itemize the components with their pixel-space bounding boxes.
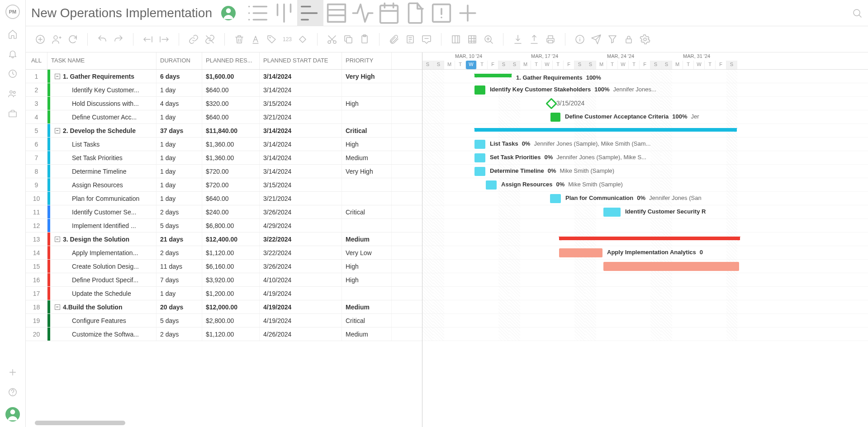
paste-icon[interactable] [359, 34, 370, 45]
start-cell[interactable]: 3/21/2024 [260, 192, 342, 205]
app-logo[interactable]: PM [5, 5, 20, 19]
task-name-cell[interactable]: − 2. Develop the Schedule [47, 124, 157, 137]
task-name-cell[interactable]: Determine Timeline [47, 165, 157, 178]
task-row[interactable]: 9 Assign Resources 1 day $720.00 3/15/20… [26, 178, 422, 192]
gantt-bar[interactable]: Assign Resources0%Mike Smith (Sample) [486, 180, 497, 190]
view-sheet-icon[interactable] [323, 0, 350, 26]
cost-cell[interactable]: $1,200.00 [202, 287, 260, 300]
view-gantt-icon[interactable] [297, 0, 323, 26]
filter-icon[interactable] [607, 34, 618, 45]
import-icon[interactable] [512, 34, 523, 45]
start-cell[interactable]: 3/26/2024 [260, 260, 342, 273]
bell-icon[interactable] [8, 49, 18, 59]
send-icon[interactable] [591, 34, 602, 45]
priority-cell[interactable]: Critical [342, 314, 392, 327]
cost-cell[interactable]: $2,800.00 [202, 314, 260, 327]
duration-cell[interactable]: 7 days [157, 273, 202, 286]
milestone-icon[interactable] [297, 34, 308, 45]
gantt-bar[interactable]: Plan for Communication0%Jennifer Jones (… [550, 194, 561, 203]
task-name-cell[interactable]: Define Product Specif... [47, 273, 157, 286]
start-cell[interactable]: 3/14/2024 [260, 151, 342, 164]
col-resources[interactable]: PLANNED RES... [202, 52, 260, 69]
gantt-body[interactable]: 1. Gather Requirements100%Identify Key C… [422, 70, 868, 341]
gantt-row[interactable] [422, 327, 868, 341]
duration-cell[interactable]: 1 day [157, 110, 202, 123]
task-name-cell[interactable]: − 4.Build the Solution [47, 300, 157, 313]
col-priority[interactable]: PRIORITY [342, 52, 392, 69]
duration-cell[interactable]: 1 day [157, 138, 202, 151]
gantt-bar[interactable]: Set Task Priorities0%Jennifer Jones (Sam… [474, 153, 485, 162]
start-cell[interactable]: 4/19/2024 [260, 300, 342, 313]
project-avatar[interactable] [221, 6, 236, 20]
view-add-icon[interactable] [455, 0, 481, 26]
grid-body[interactable]: 1 − 1. Gather Requirements 6 days $1,600… [26, 70, 422, 427]
task-row[interactable]: 10 Plan for Communication 1 day $640.00 … [26, 192, 422, 205]
gantt-bar[interactable]: Determine Timeline0%Mike Smith (Sample) [474, 167, 485, 176]
task-name-cell[interactable]: Apply Implementation... [47, 246, 157, 259]
task-row[interactable]: 7 Set Task Priorities 1 day $1,360.00 3/… [26, 151, 422, 165]
duration-cell[interactable]: 37 days [157, 124, 202, 137]
gantt-bar[interactable]: Identify Key Customer Stakeholders100%Je… [474, 85, 485, 95]
task-row[interactable]: 3 Hold Discussions with... 4 days $320.0… [26, 97, 422, 110]
duration-cell[interactable]: 2 days [157, 327, 202, 341]
priority-cell[interactable]: Medium [342, 151, 392, 164]
clock-icon[interactable] [8, 69, 18, 79]
view-risk-icon[interactable] [428, 0, 455, 26]
task-row[interactable]: 19 Configure Features 5 days $2,800.00 4… [26, 314, 422, 327]
priority-cell[interactable]: Very High [342, 165, 392, 178]
col-task[interactable]: TASK NAME [47, 52, 157, 69]
gantt-row[interactable] [422, 232, 868, 246]
duration-cell[interactable]: 20 days [157, 300, 202, 313]
priority-cell[interactable]: High [342, 97, 392, 110]
cost-cell[interactable]: $1,600.00 [202, 70, 260, 83]
assign-icon[interactable] [51, 34, 62, 45]
briefcase-icon[interactable] [8, 109, 18, 119]
task-row[interactable]: 20 Customize the Softwa... 2 days $1,120… [26, 327, 422, 341]
priority-cell[interactable]: Critical [342, 205, 392, 218]
priority-cell[interactable]: High [342, 260, 392, 273]
task-name-cell[interactable]: Customize the Softwa... [47, 327, 157, 341]
task-name-cell[interactable]: − 3. Design the Solution [47, 232, 157, 246]
unlink-icon[interactable] [204, 34, 215, 45]
task-row[interactable]: 11 Identify Customer Se... 2 days $240.0… [26, 205, 422, 219]
gantt-row[interactable]: Define Customer Acceptance Criteria100%J… [422, 110, 868, 124]
start-cell[interactable]: 4/29/2024 [260, 219, 342, 232]
duration-cell[interactable]: 21 days [157, 232, 202, 246]
duration-cell[interactable]: 1 day [157, 178, 202, 191]
priority-cell[interactable]: Critical [342, 124, 392, 137]
priority-cell[interactable]: Medium [342, 300, 392, 313]
outdent-icon[interactable] [142, 34, 153, 45]
duration-cell[interactable]: 2 days [157, 246, 202, 259]
start-cell[interactable]: 3/22/2024 [260, 232, 342, 246]
link-icon[interactable] [188, 34, 199, 45]
gantt-row[interactable]: Assign Resources0%Mike Smith (Sample) [422, 178, 868, 192]
cost-cell[interactable]: $240.00 [202, 205, 260, 218]
priority-cell[interactable]: Medium [342, 232, 392, 246]
priority-cell[interactable]: Medium [342, 327, 392, 341]
trash-icon[interactable] [234, 34, 245, 45]
start-cell[interactable]: 3/26/2024 [260, 205, 342, 218]
duration-cell[interactable]: 4 days [157, 97, 202, 110]
lock-icon[interactable] [623, 34, 634, 45]
hscroll-grid[interactable] [35, 421, 125, 425]
comment-icon[interactable] [421, 34, 432, 45]
priority-cell[interactable] [342, 219, 392, 232]
gantt-row[interactable]: List Tasks0%Jennifer Jones (Sample), Mik… [422, 138, 868, 151]
gantt-row[interactable]: 1. Gather Requirements100% [422, 70, 868, 83]
priority-cell[interactable]: High [342, 138, 392, 151]
redo-icon[interactable] [113, 34, 124, 45]
gantt-row[interactable]: Apply Implementation Analytics0 [422, 246, 868, 260]
cost-cell[interactable]: $720.00 [202, 165, 260, 178]
task-row[interactable]: 4 Define Customer Acc... 1 day $640.00 3… [26, 110, 422, 124]
gantt-row[interactable] [422, 124, 868, 138]
task-name-cell[interactable]: − 1. Gather Requirements [47, 70, 157, 83]
gantt-bar[interactable]: Define Customer Acceptance Criteria100%J… [550, 113, 560, 122]
task-row[interactable]: 5 − 2. Develop the Schedule 37 days $11,… [26, 124, 422, 138]
collapse-icon[interactable]: − [55, 237, 60, 242]
task-row[interactable]: 6 List Tasks 1 day $1,360.00 3/14/2024 H… [26, 138, 422, 151]
start-cell[interactable]: 3/14/2024 [260, 70, 342, 83]
gantt-row[interactable]: Identify Customer Security R [422, 205, 868, 219]
settings-icon[interactable] [640, 34, 650, 45]
start-cell[interactable]: 3/14/2024 [260, 165, 342, 178]
cost-cell[interactable]: $12,000.00 [202, 300, 260, 313]
